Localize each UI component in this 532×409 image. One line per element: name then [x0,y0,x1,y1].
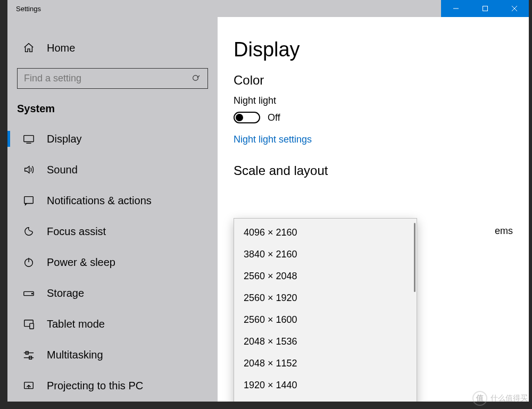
sidebar-item-label: Tablet mode [47,318,105,330]
resolution-option[interactable]: 2048 × 1536 [234,331,417,353]
night-light-label: Night light [234,95,513,106]
svg-rect-1 [483,6,487,11]
sidebar-item-label: Notifications & actions [47,195,152,207]
window-controls [441,0,529,17]
home-button[interactable]: Home [7,33,218,63]
obscured-text: ems [495,226,513,237]
svg-point-4 [193,75,198,80]
sidebar-item-label: Multitasking [47,349,103,361]
settings-window: Settings Home [7,0,529,402]
dropdown-list: 4096 × 2160 3840 × 2160 2560 × 2048 2560… [234,219,417,402]
svg-rect-14 [30,323,34,329]
resolution-option[interactable]: 2560 × 1920 [234,287,417,309]
projecting-icon [22,380,35,392]
main-content: Display Color Night light Off Night ligh… [218,17,529,402]
search-input[interactable] [17,68,208,89]
watermark: 值 什么值得买 [472,391,528,406]
sidebar-item-focus-assist[interactable]: Focus assist [7,216,218,247]
sidebar-item-power-sleep[interactable]: Power & sleep [7,247,218,278]
resolution-option[interactable]: 2560 × 1600 [234,309,417,331]
resolution-option[interactable]: 4096 × 2160 [234,222,417,244]
svg-rect-6 [24,136,34,142]
storage-icon [22,289,35,298]
search-icon [192,74,201,84]
titlebar: Settings [7,0,529,17]
sidebar-header: System [7,99,218,123]
toggle-knob-icon [236,114,243,121]
page-title: Display [234,38,513,61]
sidebar-item-label: Focus assist [47,226,106,238]
night-light-state: Off [268,112,280,123]
resolution-dropdown[interactable]: 4096 × 2160 3840 × 2160 2560 × 2048 2560… [234,218,417,402]
sidebar-item-label: Sound [47,164,78,176]
resolution-option[interactable]: 3840 × 2160 [234,244,417,265]
home-label: Home [47,42,75,54]
section-color: Color [234,73,513,88]
focus-assist-icon [22,226,35,237]
resolution-option[interactable]: 2560 × 2048 [234,265,417,287]
resolution-option[interactable]: 1920 × 1200 [234,396,417,402]
sidebar-item-label: Display [47,133,82,145]
power-icon [22,256,35,268]
sidebar-item-multitasking[interactable]: Multitasking [7,340,218,371]
sound-icon [22,164,35,176]
sidebar-item-label: Projecting to this PC [47,380,143,392]
night-light-settings-link[interactable]: Night light settings [234,134,312,145]
window-title: Settings [7,5,441,13]
minimize-icon [453,5,459,12]
minimize-button[interactable] [441,0,470,17]
sidebar-item-label: Power & sleep [47,256,115,269]
multitasking-icon [22,349,35,361]
sidebar-item-notifications[interactable]: Notifications & actions [7,185,218,216]
search-field[interactable] [24,73,192,84]
sidebar-item-storage[interactable]: Storage [7,278,218,309]
sidebar-item-projecting[interactable]: Projecting to this PC [7,371,218,402]
sidebar-item-display[interactable]: Display [7,123,218,154]
notifications-icon [22,195,35,206]
section-scale: Scale and layout [234,163,513,178]
resolution-option[interactable]: 2048 × 1152 [234,353,417,374]
svg-rect-8 [24,197,34,204]
dropdown-scrollbar[interactable] [414,223,415,292]
sidebar-item-tablet-mode[interactable]: Tablet mode [7,309,218,340]
night-light-toggle[interactable] [234,112,260,123]
watermark-text: 什么值得买 [491,394,528,403]
watermark-icon: 值 [472,391,487,406]
close-button[interactable] [500,0,529,17]
display-icon [22,133,35,145]
close-icon [511,5,518,12]
tablet-icon [22,319,35,330]
sidebar-item-label: Storage [47,287,84,299]
svg-point-12 [32,293,33,294]
night-light-toggle-row: Off [234,112,513,123]
window-body: Home System Display Sound Notifications … [7,17,529,402]
home-icon [22,42,35,54]
resolution-option[interactable]: 1920 × 1440 [234,374,417,396]
sidebar-item-sound[interactable]: Sound [7,154,218,185]
sidebar: Home System Display Sound Notifications … [7,17,218,402]
maximize-button[interactable] [470,0,500,17]
maximize-icon [482,5,488,12]
